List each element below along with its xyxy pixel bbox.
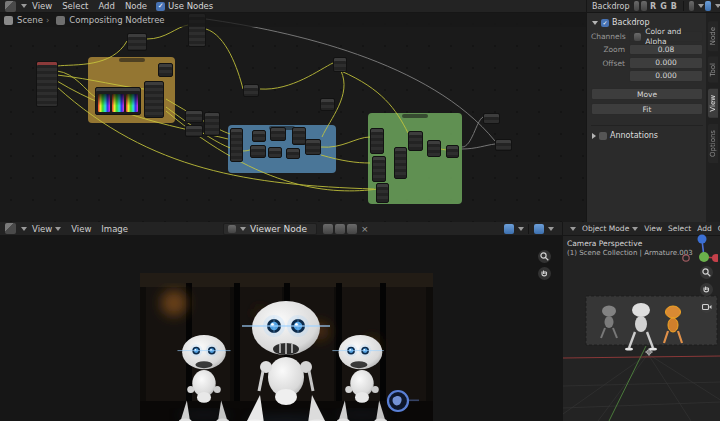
display-channels-icon[interactable] (504, 224, 514, 234)
node[interactable] (333, 57, 347, 72)
offset-y-field[interactable]: 0.000 (629, 70, 703, 82)
channel-g-button[interactable]: G (658, 2, 669, 11)
open-image-icon[interactable] (335, 224, 345, 234)
camera-gizmo-icon[interactable] (700, 300, 713, 313)
mode-select[interactable]: Object Mode (579, 224, 641, 233)
annotations-panel-header[interactable]: Annotations (591, 125, 703, 142)
view-settings-dropdown-icon[interactable] (548, 227, 554, 231)
unlink-image-icon[interactable]: × (358, 224, 372, 234)
node[interactable] (408, 131, 423, 151)
menu-view[interactable]: View (641, 224, 665, 233)
node[interactable] (286, 148, 300, 159)
tab-options[interactable]: Options (708, 124, 718, 163)
node-composite-output[interactable] (495, 139, 512, 151)
menu-node[interactable]: Node (120, 1, 152, 11)
menu-add[interactable]: Add (93, 1, 119, 11)
editor-type-icon[interactable] (5, 1, 16, 12)
image-name: Viewer Node (250, 224, 307, 234)
nav-axis-gizmo[interactable] (674, 232, 718, 272)
annotations-checkbox[interactable] (599, 132, 607, 140)
use-nodes-checkbox[interactable]: ✓ Use Nodes (156, 1, 213, 11)
image-nav-gizmos (538, 250, 551, 280)
display-channels-dropdown-icon[interactable] (518, 227, 524, 231)
image-datablock-icon (228, 225, 236, 233)
image-canvas[interactable] (0, 236, 562, 421)
node[interactable] (185, 125, 203, 137)
channel-b-button[interactable]: B (669, 2, 679, 11)
scene-icon (4, 16, 13, 25)
node[interactable] (250, 145, 266, 158)
breadcrumb: Scene › Compositing Nodetree (0, 13, 586, 27)
node-color-balance[interactable] (95, 87, 141, 115)
checkbox-check-icon: ✓ (156, 2, 165, 11)
node[interactable] (243, 84, 259, 97)
menu-view[interactable]: View (27, 1, 57, 11)
offset-x-field[interactable]: 0.000 (629, 57, 703, 69)
breadcrumb-separator: › (46, 15, 49, 25)
compositor-editor: View Select Add Node ✓ Use Nodes Scene ›… (0, 0, 586, 222)
node[interactable] (376, 183, 389, 203)
tab-node[interactable]: Node (708, 21, 718, 51)
node[interactable] (127, 33, 147, 51)
node[interactable] (446, 145, 459, 158)
zoom-gizmo-icon[interactable] (538, 250, 551, 263)
editor-type-dropdown-icon[interactable] (570, 227, 576, 231)
node[interactable] (230, 128, 243, 162)
node[interactable] (252, 130, 266, 142)
menu-image[interactable]: Image (96, 224, 133, 234)
tab-tool[interactable]: Tool (708, 57, 718, 83)
offset-label: Offset (591, 57, 629, 68)
pan-gizmo-icon[interactable] (700, 283, 713, 296)
node-render-layers[interactable] (36, 61, 58, 107)
overlays-dropdown-icon[interactable] (715, 4, 720, 8)
channels-select[interactable]: Color and Alpha (629, 31, 703, 42)
channels-color-icon[interactable] (641, 1, 647, 11)
image-mode-select[interactable]: View (27, 224, 66, 234)
axis-x-icon (712, 254, 718, 262)
move-button[interactable]: Move (591, 88, 703, 100)
zoom-row: Zoom 0.08 (591, 44, 703, 55)
snap-dropdown-icon[interactable] (698, 4, 704, 8)
sidebar-tabs: Node Tool View Options (706, 13, 720, 222)
zoom-field[interactable]: 0.08 (629, 44, 703, 55)
breadcrumb-scene[interactable]: Scene (17, 15, 43, 25)
compositor-header: View Select Add Node ✓ Use Nodes (0, 0, 586, 13)
node[interactable] (144, 81, 164, 118)
tab-view[interactable]: View (708, 89, 718, 118)
image-editor-type-icon[interactable] (5, 223, 16, 234)
channels-color-alpha-icon[interactable] (634, 1, 640, 11)
node[interactable] (394, 147, 407, 179)
backdrop-checkbox[interactable]: ✓ (601, 19, 609, 27)
pan-gizmo-icon[interactable] (538, 267, 551, 280)
backdrop-toggle[interactable]: Backdrop (589, 2, 633, 11)
node[interactable] (270, 127, 286, 141)
node[interactable] (292, 127, 306, 145)
node[interactable] (370, 128, 384, 154)
breadcrumb-nodetree[interactable]: Compositing Nodetree (69, 15, 164, 25)
menu-view[interactable]: View (66, 224, 96, 234)
view-settings-icon[interactable] (534, 224, 544, 234)
node[interactable] (268, 147, 282, 158)
node[interactable] (158, 63, 173, 77)
new-image-icon[interactable] (323, 224, 333, 234)
snap-magnet-icon[interactable] (689, 1, 695, 11)
compositor-header-right: Backdrop R G B (587, 0, 720, 13)
viewport-3d: Object Mode View Select Add Object Camer… (562, 222, 720, 421)
node-viewer-output[interactable] (483, 113, 500, 124)
fit-button[interactable]: Fit (591, 103, 703, 115)
image-datablock-selector[interactable]: Viewer Node (223, 223, 317, 235)
image-source-icon[interactable] (347, 224, 357, 234)
node[interactable] (305, 139, 321, 155)
node[interactable] (372, 156, 386, 182)
browse-image-dropdown-icon[interactable] (240, 227, 246, 231)
channel-r-button[interactable]: R (648, 2, 658, 11)
axis-z-icon (698, 235, 707, 244)
overlays-icon[interactable] (705, 1, 711, 11)
menu-select[interactable]: Select (57, 1, 93, 11)
sidebar-panels: ✓ Backdrop Channels Color and Alpha Zoom… (587, 13, 707, 222)
node[interactable] (204, 112, 220, 136)
node[interactable] (427, 140, 441, 157)
node-canvas[interactable] (0, 13, 586, 222)
node[interactable] (185, 110, 203, 123)
node[interactable] (320, 98, 335, 111)
